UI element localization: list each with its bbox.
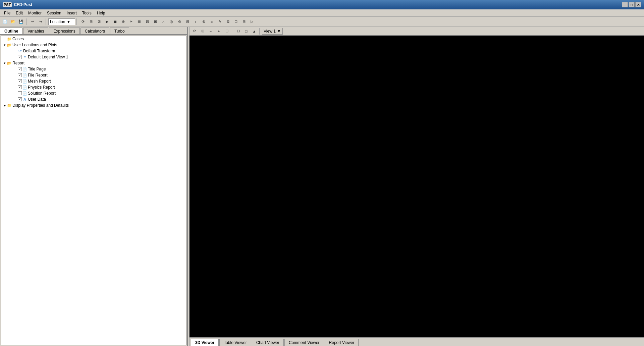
toolbar-undo-btn[interactable]: ↩ <box>29 18 36 26</box>
menu-help[interactable]: Help <box>94 10 108 16</box>
view-zoom-out-btn[interactable]: − <box>207 28 214 35</box>
toolbar-btn-j[interactable]: ⊞ <box>152 18 159 26</box>
checkbox-user-data[interactable]: ✓ <box>18 97 22 101</box>
toolbar-btn-e[interactable]: ◼ <box>111 18 119 26</box>
expand-default-transform[interactable] <box>13 49 18 53</box>
toolbar-btn-r[interactable]: ✎ <box>216 18 223 26</box>
checkbox-solution-report[interactable] <box>18 91 22 95</box>
tab-expressions[interactable]: Expressions <box>49 28 79 34</box>
toolbar-btn-c[interactable]: ⊠ <box>95 18 103 26</box>
expand-solution-report[interactable] <box>13 91 18 96</box>
3d-viewport[interactable] <box>190 36 644 337</box>
title-bar: PST CFD-Post − □ ✕ <box>0 0 644 9</box>
toolbar-btn-p[interactable]: ⊗ <box>200 18 207 26</box>
menu-insert[interactable]: Insert <box>64 10 79 16</box>
view-selector[interactable]: View 1 ▼ <box>262 28 283 35</box>
bottom-tab-3dviewer[interactable]: 3D Viewer <box>191 339 219 346</box>
checkbox-physics-report[interactable]: ✓ <box>18 85 22 89</box>
toolbar-open-btn[interactable]: 📂 <box>9 18 17 26</box>
toolbar-btn-m[interactable]: ⊙ <box>176 18 183 26</box>
toolbar-btn-l[interactable]: ◎ <box>168 18 175 26</box>
location-dropdown[interactable]: Location ▼ <box>48 18 75 25</box>
view-reset-btn[interactable]: ⟳ <box>191 28 198 35</box>
toolbar-btn-b[interactable]: ⊞ <box>87 18 95 26</box>
view-zoom-fit-btn[interactable]: ⊡ <box>223 28 230 35</box>
toolbar-btn-g[interactable]: ✂ <box>127 18 135 26</box>
expand-mesh-report[interactable] <box>13 79 18 84</box>
expand-user-data[interactable] <box>13 97 18 102</box>
view-sep1 <box>232 28 233 35</box>
expand-title-page[interactable] <box>13 67 18 71</box>
mesh-report-label: Mesh Report <box>28 79 51 84</box>
file-report-label: File Report <box>28 73 48 78</box>
menu-file[interactable]: File <box>1 10 13 16</box>
tab-turbo[interactable]: Turbo <box>110 28 129 34</box>
expand-physics-report[interactable] <box>13 85 18 90</box>
expand-user-locations[interactable]: ▼ <box>2 43 7 47</box>
tree-item-file-report[interactable]: ✓ 📄 File Report <box>1 72 186 78</box>
expand-report[interactable]: ▼ <box>2 61 7 65</box>
tree-item-title-page[interactable]: ✓ 📄 Title Page <box>1 66 186 72</box>
view-btn-x[interactable]: ▲ <box>251 28 258 35</box>
bottom-tab-chartviewer[interactable]: Chart Viewer <box>252 339 284 346</box>
physics-report-label: Physics Report <box>28 85 55 90</box>
checkbox-default-legend[interactable]: ✓ <box>18 55 22 59</box>
menu-edit[interactable]: Edit <box>13 10 25 16</box>
toolbar-btn-s[interactable]: ⊠ <box>224 18 231 26</box>
menu-monitor[interactable]: Monitor <box>25 10 44 16</box>
toolbar-btn-t[interactable]: ⊡ <box>232 18 239 26</box>
toolbar-btn-o[interactable]: ▪ <box>192 18 199 26</box>
toolbar-btn-a[interactable]: ⟳ <box>79 18 87 26</box>
expand-default-legend[interactable] <box>13 55 18 59</box>
view-zoom-in-btn[interactable]: + <box>215 28 222 35</box>
toolbar-btn-u[interactable]: ⊞ <box>240 18 248 26</box>
expand-file-report[interactable] <box>13 73 18 78</box>
tree-item-default-legend[interactable]: ✓ ≡ Default Legend View 1 <box>1 54 186 60</box>
toolbar-btn-d[interactable]: ▶ <box>103 18 111 26</box>
view-selector-label: View 1 <box>264 29 276 34</box>
view-projection-btn[interactable]: □ <box>243 28 250 35</box>
toolbar-btn-v[interactable]: ▷ <box>248 18 256 26</box>
view-fit-btn[interactable]: ⊞ <box>199 28 206 35</box>
toolbar-btn-h[interactable]: ☰ <box>136 18 143 26</box>
toolbar-btn-f[interactable]: ⊕ <box>119 18 127 26</box>
toolbar-redo-btn[interactable]: ↪ <box>37 18 44 26</box>
tab-outline[interactable]: Outline <box>0 28 22 34</box>
tree-item-user-data[interactable]: ✓ A User Data <box>1 96 186 102</box>
toolbar-new-btn[interactable]: 📄 <box>1 18 9 26</box>
tree-item-mesh-report[interactable]: ✓ 📄 Mesh Report <box>1 78 186 84</box>
tree-item-report[interactable]: ▼ 📂 Report <box>1 60 186 66</box>
tree-item-solution-report[interactable]: 📄 Solution Report <box>1 90 186 96</box>
toolbar-btn-k[interactable]: ⌂ <box>160 18 167 26</box>
maximize-button[interactable]: □ <box>629 2 635 7</box>
toolbar-save-btn[interactable]: 💾 <box>17 18 25 26</box>
right-panel: ⟳ ⊞ − + ⊡ ⊟ □ ▲ View 1 ▼ 3D Viewer Table… <box>190 27 644 346</box>
app-title: CFD-Post <box>14 2 32 7</box>
checkbox-title-page[interactable]: ✓ <box>18 67 22 71</box>
tab-variables[interactable]: Variables <box>23 28 48 34</box>
checkbox-mesh-report[interactable]: ✓ <box>18 79 22 83</box>
tree-item-physics-report[interactable]: ✓ 📄 Physics Report <box>1 84 186 90</box>
bottom-tab-tableviewer[interactable]: Table Viewer <box>219 339 251 346</box>
toolbar-btn-i[interactable]: ⊡ <box>144 18 151 26</box>
tree-item-default-transform[interactable]: ⟳ Default Transform <box>1 48 186 54</box>
location-label: Location <box>50 19 65 24</box>
checkbox-file-report[interactable]: ✓ <box>18 73 22 77</box>
report-icon: 📂 <box>7 61 12 65</box>
toolbar-btn-n[interactable]: ⊟ <box>184 18 191 26</box>
close-button[interactable]: ✕ <box>635 2 641 7</box>
outline-panel: 📁 Cases ▼ 📂 User Locations and Plots ⟳ D… <box>1 36 186 345</box>
toolbar-btn-q[interactable]: ≡ <box>208 18 215 26</box>
tree-item-display-props[interactable]: ▶ 📁 Display Properties and Defaults <box>1 102 186 108</box>
bottom-tab-commentviewer[interactable]: Comment Viewer <box>284 339 324 346</box>
tree-item-user-locations[interactable]: ▼ 📂 User Locations and Plots <box>1 42 186 48</box>
tab-calculators[interactable]: Calculators <box>80 28 109 34</box>
menu-session[interactable]: Session <box>44 10 64 16</box>
tree-item-cases[interactable]: 📁 Cases <box>1 36 186 42</box>
bottom-tab-reportviewer[interactable]: Report Viewer <box>325 339 359 346</box>
expand-display-props[interactable]: ▶ <box>2 103 7 108</box>
minimize-button[interactable]: − <box>622 2 628 7</box>
expand-cases[interactable] <box>2 37 7 41</box>
view-snapshot-btn[interactable]: ⊟ <box>234 28 242 35</box>
menu-tools[interactable]: Tools <box>79 10 94 16</box>
